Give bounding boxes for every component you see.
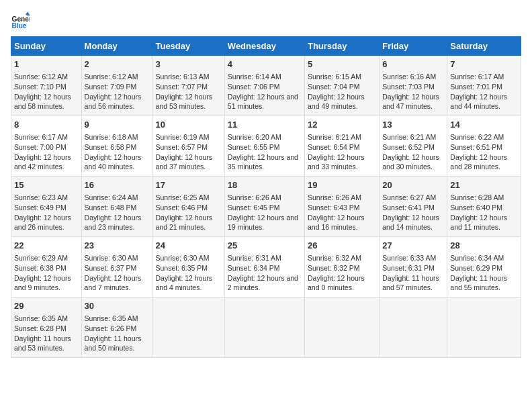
sunset: Sunset: 6:28 PM [14,324,66,332]
sunset: Sunset: 7:01 PM [450,83,502,91]
sunrise: Sunrise: 6:17 AM [14,133,68,141]
daylight: Daylight: 12 hours and 53 minutes. [155,93,212,111]
sunrise: Sunrise: 6:30 AM [155,254,209,262]
day-number: 11 [228,119,302,131]
daylight: Daylight: 11 hours and 50 minutes. [85,334,142,353]
day-number: 25 [228,240,302,252]
day-number: 12 [308,119,376,131]
day-number: 27 [382,240,444,252]
sunset: Sunset: 6:29 PM [450,264,502,272]
day-number: 4 [228,58,302,71]
calendar-cell: 26Sunrise: 6:32 AMSunset: 6:32 PMDayligh… [304,237,379,298]
header-day: Tuesday [152,37,224,56]
sunset: Sunset: 6:48 PM [85,203,137,212]
calendar-week-row: 1Sunrise: 6:12 AMSunset: 7:10 PMDaylight… [11,56,521,116]
svg-text:Blue: Blue [12,22,27,30]
day-number: 6 [382,58,444,71]
daylight: Daylight: 12 hours and 30 minutes. [382,153,439,171]
header-day: Monday [81,37,152,56]
sunset: Sunset: 6:55 PM [228,143,280,151]
sunrise: Sunrise: 6:34 AM [450,254,504,262]
sunrise: Sunrise: 6:29 AM [14,254,68,262]
calendar-cell: 21Sunrise: 6:28 AMSunset: 6:40 PMDayligh… [447,177,521,237]
sunrise: Sunrise: 6:18 AM [85,133,138,141]
sunrise: Sunrise: 6:12 AM [85,73,138,81]
day-number: 22 [14,240,79,252]
day-number: 9 [85,119,150,131]
calendar-cell: 22Sunrise: 6:29 AMSunset: 6:38 PMDayligh… [11,237,82,298]
calendar-cell: 16Sunrise: 6:24 AMSunset: 6:48 PMDayligh… [81,177,152,237]
day-number: 26 [308,240,376,252]
calendar-body: 1Sunrise: 6:12 AMSunset: 7:10 PMDaylight… [11,56,521,358]
day-number: 14 [450,119,518,131]
calendar-week-row: 15Sunrise: 6:23 AMSunset: 6:49 PMDayligh… [11,177,521,237]
calendar-cell: 30Sunrise: 6:35 AMSunset: 6:26 PMDayligh… [81,298,152,358]
daylight: Daylight: 12 hours and 47 minutes. [382,93,439,111]
sunset: Sunset: 6:45 PM [228,203,280,212]
daylight: Daylight: 12 hours and 51 minutes. [228,93,298,111]
daylight: Daylight: 12 hours and 40 minutes. [85,153,142,171]
daylight: Daylight: 12 hours and 19 minutes. [228,214,298,232]
sunrise: Sunrise: 6:21 AM [382,133,436,141]
calendar-cell: 28Sunrise: 6:34 AMSunset: 6:29 PMDayligh… [447,237,521,298]
sunrise: Sunrise: 6:15 AM [308,73,361,81]
sunset: Sunset: 6:40 PM [450,203,502,212]
sunset: Sunset: 6:26 PM [85,324,137,332]
sunrise: Sunrise: 6:13 AM [155,73,209,81]
sunset: Sunset: 6:41 PM [382,203,435,212]
daylight: Daylight: 12 hours and 23 minutes. [85,214,142,232]
sunrise: Sunrise: 6:22 AM [450,133,504,141]
daylight: Daylight: 12 hours and 7 minutes. [85,274,142,292]
sunset: Sunset: 6:57 PM [155,143,208,151]
day-number: 13 [382,119,444,131]
sunset: Sunset: 7:03 PM [382,83,435,91]
header-day: Thursday [304,37,379,56]
sunset: Sunset: 6:38 PM [14,264,66,272]
header-day: Saturday [447,37,521,56]
calendar-cell: 29Sunrise: 6:35 AMSunset: 6:28 PMDayligh… [11,298,82,358]
daylight: Daylight: 12 hours and 44 minutes. [450,93,507,111]
header-day: Friday [380,37,447,56]
daylight: Daylight: 11 hours and 53 minutes. [14,334,71,353]
calendar-cell: 7Sunrise: 6:17 AMSunset: 7:01 PMDaylight… [447,56,521,116]
calendar-cell [304,298,379,358]
sunrise: Sunrise: 6:27 AM [382,193,436,201]
sunrise: Sunrise: 6:14 AM [228,73,281,81]
sunset: Sunset: 6:52 PM [382,143,435,151]
day-number: 1 [14,58,79,71]
sunrise: Sunrise: 6:33 AM [382,254,436,262]
sunrise: Sunrise: 6:24 AM [85,193,138,201]
daylight: Daylight: 12 hours and 0 minutes. [308,274,365,292]
day-number: 2 [85,58,150,71]
calendar-cell: 3Sunrise: 6:13 AMSunset: 7:07 PMDaylight… [152,56,224,116]
calendar-week-row: 8Sunrise: 6:17 AMSunset: 7:00 PMDaylight… [11,116,521,177]
calendar-cell [152,298,224,358]
calendar-cell: 4Sunrise: 6:14 AMSunset: 7:06 PMDaylight… [224,56,304,116]
daylight: Daylight: 12 hours and 28 minutes. [450,153,507,171]
calendar-cell: 8Sunrise: 6:17 AMSunset: 7:00 PMDaylight… [11,116,82,177]
daylight: Daylight: 12 hours and 33 minutes. [308,153,365,171]
calendar-cell: 1Sunrise: 6:12 AMSunset: 7:10 PMDaylight… [11,56,82,116]
daylight: Daylight: 12 hours and 11 minutes. [450,214,507,232]
calendar-week-row: 22Sunrise: 6:29 AMSunset: 6:38 PMDayligh… [11,237,521,298]
calendar-cell: 12Sunrise: 6:21 AMSunset: 6:54 PMDayligh… [304,116,379,177]
sunset: Sunset: 6:49 PM [14,203,66,212]
sunset: Sunset: 6:35 PM [155,264,208,272]
day-number: 8 [14,119,79,131]
sunset: Sunset: 6:34 PM [228,264,280,272]
day-number: 15 [14,179,79,191]
calendar-cell: 14Sunrise: 6:22 AMSunset: 6:51 PMDayligh… [447,116,521,177]
day-number: 24 [155,240,221,252]
calendar-cell: 9Sunrise: 6:18 AMSunset: 6:58 PMDaylight… [81,116,152,177]
sunset: Sunset: 7:06 PM [228,83,280,91]
calendar-cell: 18Sunrise: 6:26 AMSunset: 6:45 PMDayligh… [224,177,304,237]
day-number: 29 [14,300,79,312]
header-row: SundayMondayTuesdayWednesdayThursdayFrid… [11,37,521,56]
calendar-cell: 5Sunrise: 6:15 AMSunset: 7:04 PMDaylight… [304,56,379,116]
calendar-cell: 24Sunrise: 6:30 AMSunset: 6:35 PMDayligh… [152,237,224,298]
calendar-header: SundayMondayTuesdayWednesdayThursdayFrid… [11,37,521,56]
daylight: Daylight: 12 hours and 26 minutes. [14,214,71,232]
sunrise: Sunrise: 6:19 AM [155,133,209,141]
day-number: 19 [308,179,376,191]
day-number: 5 [308,58,376,71]
